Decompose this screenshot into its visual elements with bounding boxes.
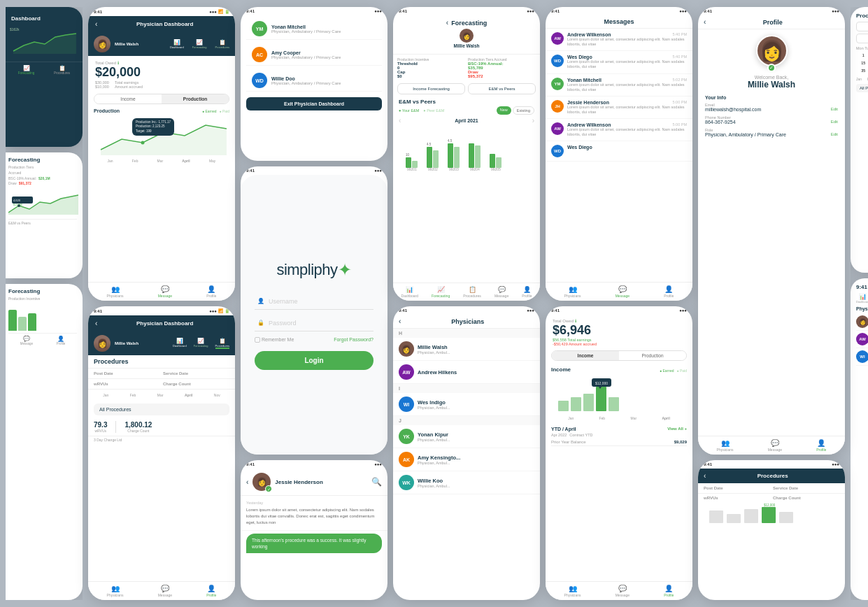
nav-profile-fc[interactable]: 👤Profile bbox=[522, 286, 532, 298]
all-procedures-btn[interactable]: All Procedures bbox=[94, 404, 229, 415]
back-arrow[interactable]: ‹ bbox=[95, 20, 97, 28]
forecasting-nav[interactable]: 📈Forecasting bbox=[192, 39, 207, 49]
phone-production: 9:41 ●●●📶🔋 ‹ Physician Dashboard 👩 Milli… bbox=[88, 7, 235, 301]
msg-wes[interactable]: WD Wes Diego5:40 PM Lorem ipsum dolor si… bbox=[546, 51, 692, 73]
nav-physicians-prof[interactable]: 👥Physicians bbox=[717, 439, 734, 452]
forecast2-partial-title: Forecasting bbox=[8, 288, 77, 294]
nav-forecasting-fc[interactable]: 📈Forecasting bbox=[432, 286, 450, 298]
nav-physicians[interactable]: 👥Physicians bbox=[107, 285, 124, 298]
post-date-btn[interactable]: Post Date bbox=[856, 22, 868, 31]
msg-jessie[interactable]: JH Jessie Henderson5:00 PM Lorem ipsum d… bbox=[546, 97, 692, 119]
nav-message-fc[interactable]: 💬Message bbox=[495, 286, 508, 298]
em-new-toggle[interactable]: New bbox=[497, 106, 511, 115]
svg-rect-17 bbox=[496, 157, 501, 168]
tab-income-active[interactable]: Income bbox=[552, 351, 619, 360]
total-owed-amount-1: $20,000 bbox=[95, 65, 228, 80]
nav-physicians-msg[interactable]: 👥Physicians bbox=[564, 285, 581, 298]
msg-andrew[interactable]: AW Andrew Wilkenson5:40 PM Lorem ipsum d… bbox=[546, 29, 692, 51]
svg-rect-28 bbox=[583, 394, 594, 411]
search-icon-chat[interactable]: 🔍 bbox=[371, 477, 382, 487]
income-tabs[interactable]: Income Production bbox=[551, 350, 687, 361]
nav-profile-2[interactable]: 👤Profile bbox=[206, 585, 216, 597]
physician-willie-k[interactable]: WK Willie Koo Physician, Ambul... bbox=[393, 471, 540, 494]
dashboard-nav[interactable]: 📊Dashboard bbox=[170, 39, 184, 49]
physician-item-ym[interactable]: YM Yonan Mitchell Physician, Ambulatory … bbox=[246, 18, 382, 40]
production-title: Production bbox=[94, 108, 120, 113]
nav-message-prof[interactable]: 💬Message bbox=[768, 439, 782, 452]
dashboard-title: Dashboard bbox=[11, 15, 77, 22]
chat-back-arrow[interactable]: ‹ bbox=[246, 478, 248, 486]
status-bar-2: 9:41 ●●●📶🔋 bbox=[88, 306, 235, 315]
forecasting-nav-2[interactable]: 📈Forecasting bbox=[194, 338, 208, 349]
phys-right-1[interactable]: 👩 Millie Walsh Physician, Ambu... bbox=[856, 313, 868, 331]
nav-dashboard-fc[interactable]: 📊Dashboard bbox=[401, 286, 418, 298]
edit-role-btn[interactable]: Edit bbox=[831, 132, 838, 137]
nav-physicians-2[interactable]: 👥Physicians bbox=[107, 585, 124, 597]
procedures-nav-2[interactable]: 📋Procedures bbox=[215, 338, 229, 349]
income-production-tabs[interactable]: Income Production bbox=[94, 94, 229, 104]
income-total-owed: $6,946 bbox=[553, 323, 685, 338]
dashboard-nav-2[interactable]: 📊Dashboard bbox=[173, 338, 187, 349]
nav-procedures[interactable]: 📋 Procedures bbox=[54, 65, 70, 75]
nav-procedures-fc[interactable]: 📋Procedures bbox=[463, 286, 481, 298]
dash-nav-right[interactable]: 📊Dashboard bbox=[856, 293, 868, 304]
mini-chart bbox=[10, 31, 80, 56]
tab-production[interactable]: Production bbox=[162, 94, 229, 103]
password-input[interactable]: 🔒 Password bbox=[255, 315, 373, 331]
physician-item-wd[interactable]: WD Willie Doo Physician, Ambulatory / Pr… bbox=[246, 70, 382, 92]
chart-prev-arrow[interactable]: ‹ bbox=[399, 117, 401, 124]
chat-bubble-sent: This afternoon's procedure was a success… bbox=[246, 534, 382, 553]
phys-right-2[interactable]: AW Andrew Wilkem... Physician, Ambu... bbox=[856, 331, 868, 348]
nav-message-2[interactable]: 💬Message bbox=[158, 585, 172, 597]
physician-wes-i[interactable]: WI Wes Indigo Physician, Ambul... bbox=[393, 393, 540, 416]
nav-profile-prof[interactable]: 👤Profile bbox=[816, 439, 826, 452]
tab-income[interactable]: Income bbox=[94, 94, 162, 103]
physician-item-ac[interactable]: AC Amy Cooper Physician, Ambulatory / Pr… bbox=[246, 44, 382, 66]
nav-message[interactable]: 💬Message bbox=[158, 285, 172, 298]
em-vs-peers-btn[interactable]: E&M vs Peers bbox=[468, 83, 536, 94]
forecasting-title-bar: ‹ Forecasting 👩 Millie Walsh bbox=[393, 15, 540, 55]
nav-physicians-inc[interactable]: 👥Physicians bbox=[564, 585, 581, 597]
view-all-btn[interactable]: View All + bbox=[667, 427, 687, 431]
physician-andrew[interactable]: AW Andrew Hilkens bbox=[393, 361, 540, 384]
all-proc-right[interactable]: All Procedures bbox=[856, 84, 868, 92]
msg-andrew-2[interactable]: AW Andrew Wilkenson5:00 PM Lorem ipsum d… bbox=[546, 119, 692, 141]
edit-email-btn[interactable]: Edit bbox=[831, 107, 838, 112]
physician-amy-k[interactable]: AK Amy Kensingto... Physician, Ambul... bbox=[393, 448, 540, 471]
col3: 9:41 ●●● YM Yonan Mitchell Physician, Am… bbox=[241, 7, 387, 600]
nav-profile-inc[interactable]: 👤Profile bbox=[664, 585, 674, 597]
svg-text:$12,888: $12,888 bbox=[13, 203, 22, 206]
exit-physician-dashboard-btn[interactable]: Exit Physician Dashboard bbox=[246, 97, 382, 110]
msg-yonan[interactable]: YM Yonan Mitchell5:02 PM Lorem ipsum dol… bbox=[546, 74, 692, 97]
bottom-nav-messages: 👥Physicians 💬Message 👤Profile bbox=[546, 282, 692, 301]
back-arrow-2[interactable]: ‹ bbox=[95, 320, 97, 327]
phone-physicians-list: 9:41 ●●● ‹ Physicians H 👩 Millie Walsh P… bbox=[393, 306, 540, 600]
login-button[interactable]: Login bbox=[255, 351, 373, 370]
svg-rect-16 bbox=[490, 154, 495, 168]
tab-production-inc[interactable]: Production bbox=[619, 351, 686, 360]
chart-next-arrow[interactable]: › bbox=[532, 117, 534, 124]
msg-nav-item[interactable]: 💬 Message bbox=[20, 336, 33, 345]
msg-wes-2[interactable]: WD Wes Diego bbox=[546, 141, 692, 162]
em-existing-toggle[interactable]: Existing bbox=[513, 106, 534, 115]
nav-message-inc[interactable]: 💬Message bbox=[616, 585, 629, 597]
nav-profile[interactable]: 👤Profile bbox=[206, 285, 216, 298]
nav-profile-msg[interactable]: 👤Profile bbox=[664, 285, 674, 298]
income-forecasting-btn[interactable]: Income Forecasting bbox=[397, 83, 465, 94]
proc-header-row-2: wRVUs Charge Count bbox=[88, 379, 235, 390]
procedures-nav[interactable]: 📋Procedures bbox=[215, 39, 229, 49]
profile-nav-item[interactable]: 👤 Profile bbox=[56, 336, 65, 345]
username-input[interactable]: 👤 Username bbox=[255, 294, 373, 310]
nav-forecasting[interactable]: 📈 Forecasting bbox=[18, 65, 35, 75]
wrvus-btn[interactable]: wRVUs bbox=[856, 34, 868, 43]
physician-millie[interactable]: 👩 Millie Walsh Physician, Ambul... bbox=[393, 338, 540, 361]
svg-text:99202: 99202 bbox=[428, 167, 438, 171]
back-arrow-forecast[interactable]: ‹ bbox=[446, 19, 448, 27]
nav-message-msg[interactable]: 💬Message bbox=[616, 285, 629, 298]
phone-physician-list: 9:41 ●●● YM Yonan Mitchell Physician, Am… bbox=[241, 7, 387, 161]
edit-phone-btn[interactable]: Edit bbox=[831, 120, 838, 124]
phys-right-3[interactable]: WI Wes Indigo Physician, Ambu... bbox=[856, 348, 868, 366]
physician-yonan[interactable]: YK Yonan Kipur Physician, Ambul... bbox=[393, 425, 540, 448]
forgot-password-link[interactable]: Forgot Password? bbox=[334, 337, 373, 343]
email-info: Email milliewalsh@hospital.com Edit bbox=[705, 103, 838, 112]
